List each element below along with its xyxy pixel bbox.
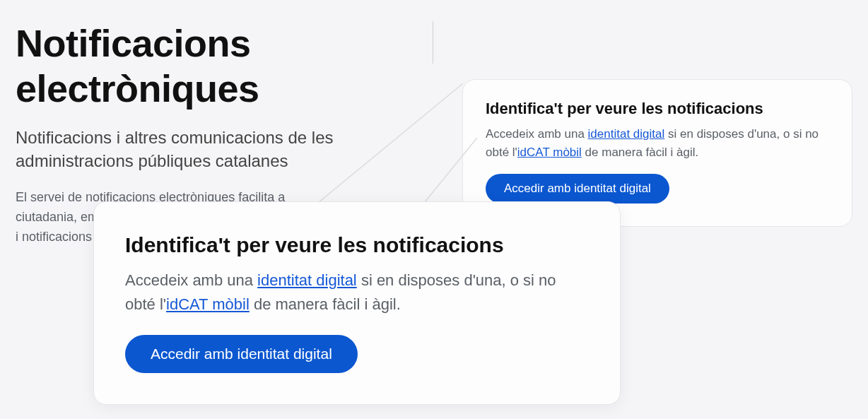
login-zoom-text-post: de manera fàcil i àgil.	[250, 295, 401, 313]
login-card-zoom-title: Identifica't per veure les notificacions	[125, 233, 589, 257]
login-text-post: de manera fàcil i àgil.	[582, 146, 698, 159]
login-card-text: Accedeix amb una identitat digital si en…	[486, 125, 829, 161]
page-subtitle: Notificacions i altres comunicacions de …	[16, 126, 369, 172]
column-divider	[433, 21, 433, 64]
identitat-digital-link[interactable]: identitat digital	[588, 127, 665, 141]
access-button-zoom[interactable]: Accedir amb identitat digital	[125, 335, 358, 373]
idcat-mobil-link[interactable]: idCAT mòbil	[517, 146, 582, 159]
page-title: Notificacions electròniques	[16, 21, 411, 111]
idcat-mobil-link-zoom[interactable]: idCAT mòbil	[166, 295, 250, 313]
login-text-pre: Accedeix amb una	[486, 127, 588, 141]
identitat-digital-link-zoom[interactable]: identitat digital	[257, 271, 357, 289]
login-zoom-text-pre: Accedeix amb una	[125, 271, 257, 289]
login-card-zoom-text: Accedeix amb una identitat digital si en…	[125, 268, 589, 317]
login-card-zoom: Identifica't per veure les notificacions…	[93, 201, 621, 405]
access-button[interactable]: Accedir amb identitat digital	[486, 174, 669, 203]
login-card-title: Identifica't per veure les notificacions	[486, 100, 829, 118]
